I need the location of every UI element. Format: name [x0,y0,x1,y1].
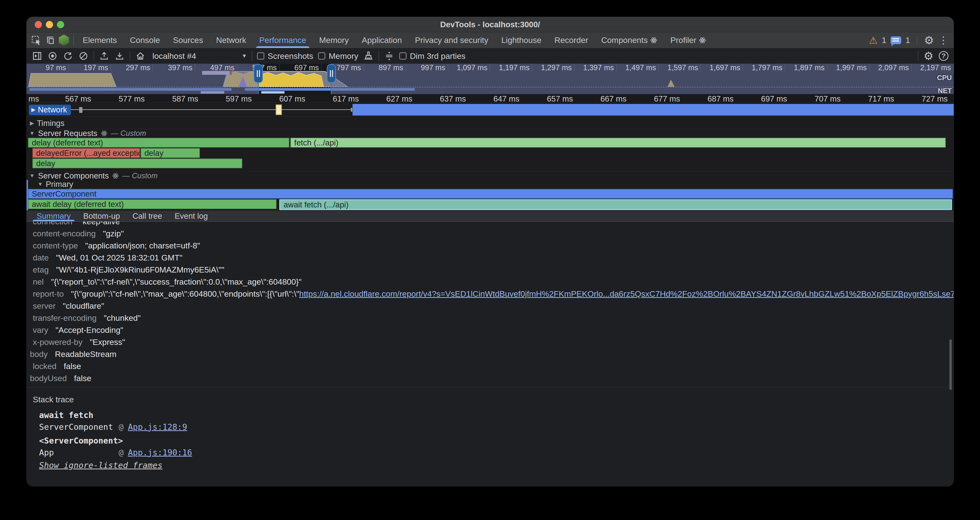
devtools-tab[interactable]: Lighthouse [495,32,548,48]
toggle-sidebar-icon[interactable] [32,51,43,61]
collect-garbage-icon[interactable] [363,51,374,61]
primary-subtrack-label[interactable]: ▼ Primary [27,180,954,189]
react-atom-icon [101,130,108,137]
close-window-button[interactable] [35,21,42,28]
source-location-link[interactable]: App.js:190:16 [128,448,192,457]
react-atom-icon [112,172,119,179]
devtools-tab[interactable]: Network [210,32,253,48]
checkbox-box [399,52,407,60]
network-track[interactable]: ▶ Network [27,103,954,117]
report-to-link[interactable]: https://a.nel.cloudflare.com/report/v4?s… [299,289,954,298]
live-metrics-home-icon[interactable] [135,51,146,61]
summary-pane[interactable]: connection "keep-alive" content-encoding… [27,221,954,486]
server-requests-header[interactable]: ▼ Server Requests — Custom [27,129,954,137]
details-tab[interactable]: Event log [168,211,214,221]
devtools-tab[interactable]: Console [124,32,167,48]
history-selector[interactable]: localhost #4 ▼ [151,51,247,61]
checkbox-box [318,52,325,60]
issues-message-icon[interactable] [891,37,901,44]
devtools-tab[interactable]: Memory [313,32,355,48]
zoom-window-button[interactable] [57,21,64,28]
screenshots-checkbox[interactable]: Screenshots [257,51,313,61]
record-and-reload-icon[interactable] [63,51,73,61]
settings-gear-icon[interactable]: ⚙ [924,35,934,46]
collapse-arrow-icon[interactable]: ▼ [38,181,43,188]
header-row: nel "{\"report_to\":\"cf-nel\",\"success… [27,276,954,288]
devtools-window: DevTools - localhost:3000/ Elements [27,17,954,486]
devtools-tab[interactable]: Elements [76,32,124,48]
devtools-tab[interactable]: Recorder [548,32,595,48]
details-tab[interactable]: Bottom-up [77,211,126,221]
timings-track-label[interactable]: ▶ Timings [30,119,64,128]
flamechart-settings-icon[interactable] [384,51,395,61]
more-options-icon[interactable]: ⋮ [938,35,948,45]
server-components-header[interactable]: ▼ Server Components — Custom [27,172,954,180]
axis-tick-label: 667 ms [600,94,627,103]
collapse-arrow-icon[interactable]: ▼ [29,173,35,179]
tabbar-separator [73,36,74,45]
stack-trace-frame: App @ App.js:190:16 [27,447,954,458]
overview-ruler-tick: 1,197 ms [490,64,532,72]
dim-3rd-parties-checkbox[interactable]: Dim 3rd parties [399,51,466,61]
expand-arrow-icon[interactable]: ▶ [31,107,35,113]
network-request-stalled-box[interactable] [275,105,282,115]
header-row-report-to: report-to "{\"group\":\"cf-nel\",\"max_a… [27,288,954,300]
overview-ruler-tick: 697 ms [280,64,322,72]
server-components-row-1: ServerComponent [27,189,954,199]
timeline-event-bar-error[interactable]: delayedError (...ayed exception) [32,148,140,158]
checkbox-box [257,52,264,60]
timeline-event-bar[interactable]: fetch (.../api) [290,138,946,148]
overview-window-left-handle[interactable] [258,64,259,94]
overview-ruler-tick: 297 ms [111,64,153,72]
load-profile-icon[interactable] [99,51,110,61]
overview-window-right-handle[interactable] [331,64,332,94]
net-lane-label: NET [938,87,952,94]
timings-track[interactable]: ▶ Timings [27,117,954,129]
scrollbar-thumb[interactable] [950,339,952,390]
timeline-event-bar[interactable]: delay [141,148,200,158]
devtools-tab[interactable]: Profiler [664,32,713,48]
help-icon[interactable]: ? [939,51,948,61]
cpu-lane-label: CPU [937,74,952,82]
server-components-group: ▼ Primary ServerComponent await delay (d… [27,180,954,210]
save-profile-icon[interactable] [114,51,125,61]
minimize-window-button[interactable] [46,21,53,28]
drag-handle-grip[interactable] [254,64,263,83]
clear-icon[interactable] [78,51,89,61]
network-request-waiting-line [64,109,275,110]
show-ignore-listed-frames-link[interactable]: Show ignore-listed frames [27,459,954,471]
network-request-download-bar[interactable] [353,104,954,116]
track-resize-handle[interactable] [79,107,83,113]
collapse-arrow-icon[interactable]: ▼ [29,130,35,137]
timeline-event-bar[interactable]: delay (deferred text) [28,138,290,148]
timeline-event-bar[interactable]: await delay (deferred text) [28,199,277,209]
overview-ruler-tick: 1,097 ms [448,64,490,72]
server-components-track: ▼ Server Components — Custom ▼ Primary S… [27,172,954,211]
details-tab[interactable]: Summary [30,211,77,221]
expand-arrow-icon[interactable]: ▶ [30,120,34,126]
performance-toolbar: localhost #4 ▼ Screenshots Memory [27,48,954,64]
axis-tick-label: 617 ms [333,94,359,103]
warning-icon[interactable]: ⚠ [869,35,878,45]
device-toolbar-icon[interactable] [45,35,56,46]
record-icon[interactable] [47,51,58,61]
details-tab[interactable]: Call tree [126,211,168,221]
memory-checkbox[interactable]: Memory [318,51,358,61]
devtools-tab[interactable]: Components [595,32,664,48]
devtools-tab[interactable]: Performance [253,32,313,48]
timeline-axis: ms 567 ms577 ms587 ms597 ms607 ms617 ms6… [27,94,954,103]
source-location-link[interactable]: App.js:128:9 [128,422,187,432]
timeline-overview[interactable]: 97 ms197 ms297 ms397 ms497 ms597 ms697 m… [27,64,954,94]
timeline-event-bar-selected[interactable]: await fetch (.../api) [279,199,952,210]
drag-handle-grip[interactable] [327,64,336,83]
inspect-element-icon[interactable] [31,35,41,46]
overview-ruler-tick: 1,397 ms [574,64,617,72]
timeline-event-bar[interactable]: delay [32,159,242,169]
timeline-event-bar[interactable]: ServerComponent [28,189,953,199]
network-track-label[interactable]: ▶ Network [29,105,71,115]
devtools-tab[interactable]: Privacy and security [409,32,495,48]
server-components-row-2: await delay (deferred text) await fetch … [27,199,954,210]
devtools-tab[interactable]: Sources [166,32,210,48]
capture-settings-gear-icon[interactable]: ⚙ [924,51,934,62]
devtools-tab[interactable]: Application [355,32,408,48]
